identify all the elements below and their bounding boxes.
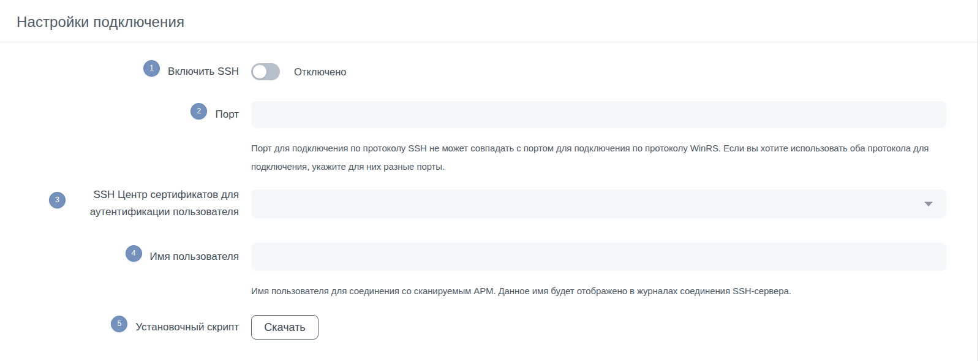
username-control-cell xyxy=(251,243,946,271)
connection-settings-panel: Настройки подключения 1 Включить SSH Отк… xyxy=(0,0,980,361)
form-row-username: 4 Имя пользователя xyxy=(0,243,946,271)
step-badge-4: 4 xyxy=(126,245,142,262)
port-help-text: Порт для подключения по протоколу SSH не… xyxy=(251,139,946,176)
panel-header: Настройки подключения xyxy=(0,0,980,42)
enable-ssh-control-cell: Отключено xyxy=(251,63,946,80)
install-script-label-cell: 5 Установочный скрипт xyxy=(0,319,239,336)
step-badge-2: 2 xyxy=(190,103,207,120)
ssh-ca-select[interactable] xyxy=(251,189,946,218)
username-input[interactable] xyxy=(251,243,946,271)
header-divider xyxy=(0,42,978,42)
step-badge-3: 3 xyxy=(49,192,66,208)
panel-right-border xyxy=(978,0,978,361)
install-script-control-cell: Скачать xyxy=(251,315,946,340)
connection-settings-form: 1 Включить SSH Отключено 2 Порт Порт для… xyxy=(0,61,946,361)
port-label: Порт xyxy=(215,106,239,123)
step-badge-1: 1 xyxy=(143,60,160,77)
username-label-cell: 4 Имя пользователя xyxy=(0,248,239,265)
ssh-ca-label-cell: 3 SSH Центр сертификатов для аутентифика… xyxy=(0,186,239,221)
enable-ssh-state-label: Отключено xyxy=(294,66,347,78)
ssh-ca-label: SSH Центр сертификатов для аутентификаци… xyxy=(74,186,239,221)
form-row-ssh-ca: 3 SSH Центр сертификатов для аутентифика… xyxy=(0,186,946,221)
enable-ssh-label-cell: 1 Включить SSH xyxy=(0,63,239,80)
enable-ssh-toggle[interactable] xyxy=(251,63,280,80)
form-row-enable-ssh: 1 Включить SSH Отключено xyxy=(0,61,946,83)
install-script-help-text: Убедитесь, что вы сохранили настройки ко… xyxy=(251,359,946,361)
form-row-port: 2 Порт xyxy=(0,101,946,128)
port-control-cell xyxy=(251,101,946,128)
port-input[interactable] xyxy=(251,101,946,128)
download-script-button[interactable]: Скачать xyxy=(251,315,318,340)
ssh-ca-control-cell xyxy=(251,189,946,218)
chevron-down-icon xyxy=(924,202,933,207)
username-label: Имя пользователя xyxy=(150,248,239,265)
toggle-knob-icon xyxy=(253,65,266,78)
enable-ssh-label: Включить SSH xyxy=(168,63,239,80)
username-help-text: Имя пользователя для соединения со скани… xyxy=(251,282,946,300)
form-row-install-script: 5 Установочный скрипт Скачать xyxy=(0,308,946,346)
port-label-cell: 2 Порт xyxy=(0,106,239,123)
page-title: Настройки подключения xyxy=(17,13,980,31)
step-badge-5: 5 xyxy=(111,316,127,332)
install-script-label: Установочный скрипт xyxy=(135,319,239,336)
